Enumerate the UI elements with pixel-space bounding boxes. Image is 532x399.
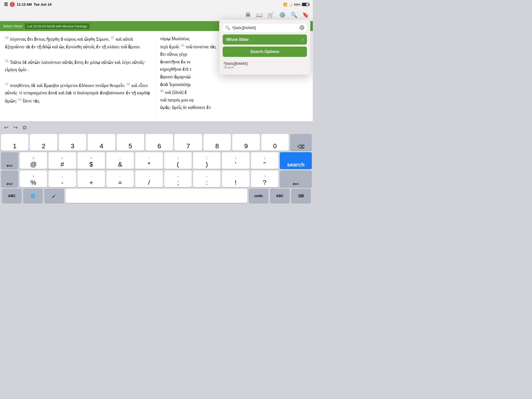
- text-column-left: 34 λέγοντας ὅτι ὄντως ἠγέρθη ὁ κύριος κα…: [5, 35, 156, 117]
- key-squote[interactable]: {': [222, 152, 249, 169]
- suggestion-row[interactable]: *[λαός][NAMS] Search: [223, 59, 307, 71]
- key-dollar[interactable]: ¥$: [78, 152, 105, 169]
- search-button[interactable]: search: [280, 152, 312, 169]
- status-date: Tue Jun 14: [34, 2, 51, 6]
- abc2-button[interactable]: ABC: [270, 189, 290, 203]
- verse-num-34: 34: [5, 36, 8, 40]
- verse-num-39: 39: [18, 98, 21, 101]
- status-time: 11:13 AM: [17, 2, 32, 6]
- battery-icon: [302, 3, 309, 6]
- suggestion-term: *[λαός][NAMS]: [224, 61, 306, 66]
- select-verse-button[interactable]: Select Verse: [3, 24, 22, 28]
- undo-label-button[interactable]: undo: [249, 189, 268, 203]
- search-options-button[interactable]: Search Options: [223, 47, 307, 57]
- suggestion-sub: Search: [224, 66, 306, 69]
- symbol-row-2: #+= §% |- ~+ …= \/ <; >: !! ?? #+=: [1, 170, 312, 187]
- space-bar[interactable]: [66, 189, 247, 203]
- chevron-right-icon: ›: [302, 37, 303, 42]
- undo-bar: ↩ ↪ ⧉: [0, 121, 313, 134]
- key-4[interactable]: 4: [88, 134, 115, 151]
- menu-icon[interactable]: ☰: [4, 2, 8, 7]
- bookmark-icon[interactable]: 🔖: [302, 12, 309, 18]
- paste-button[interactable]: ⧉: [23, 124, 27, 131]
- key-slash[interactable]: \/: [135, 170, 163, 187]
- search-clear-button[interactable]: ×: [299, 25, 304, 30]
- moon-icon: 🌙: [289, 3, 293, 6]
- search-input-icon: 🔍: [225, 25, 230, 30]
- whole-bible-label: Whole Bible: [226, 37, 302, 42]
- globe-button[interactable]: 🌐: [23, 189, 43, 203]
- key-1[interactable]: 1: [1, 134, 28, 151]
- cart-icon[interactable]: 🛒: [267, 12, 274, 18]
- key-semicolon[interactable]: <;: [164, 170, 192, 187]
- bottom-row: ABC 🌐 🎤 undo ABC ⌨: [1, 189, 312, 203]
- verse-num-37: 37: [5, 82, 8, 86]
- key-colon[interactable]: >:: [193, 170, 220, 187]
- undo-button[interactable]: ↩: [4, 124, 8, 131]
- key-switch-2[interactable]: #+=: [1, 170, 18, 187]
- keyboard-hide-button[interactable]: ⌨: [291, 189, 311, 203]
- key-8[interactable]: 8: [203, 134, 231, 151]
- mic-button[interactable]: 🎤: [44, 189, 64, 203]
- keyboard: 1 2 3 4 5 6 7 8 9 0 ⌫ #+= €@ £# ¥$ _& ^*…: [0, 134, 313, 203]
- search-input-row: 🔍 ×: [223, 23, 307, 32]
- key-exclaim[interactable]: !!: [222, 170, 249, 187]
- verse-num-38: 38: [126, 82, 130, 86]
- key-5[interactable]: 5: [117, 134, 144, 151]
- library-icon[interactable]: 🏛: [246, 12, 251, 18]
- wifi-icon: 📶: [283, 3, 287, 6]
- number-row: 1 2 3 4 5 6 7 8 9 0 ⌫: [1, 134, 312, 151]
- redo-button[interactable]: ↪: [13, 124, 18, 131]
- key-plus[interactable]: ~+: [78, 170, 105, 187]
- search-icon[interactable]: 🔍: [291, 12, 297, 18]
- key-0[interactable]: 0: [261, 134, 289, 151]
- whole-bible-row[interactable]: Whole Bible ›: [223, 34, 307, 45]
- key-9[interactable]: 9: [232, 134, 260, 151]
- backspace-key[interactable]: ⌫: [290, 134, 312, 151]
- toolbar: 🏛 📖 🛒 ⚙️ 🔍 🔖: [0, 9, 313, 21]
- battery-percentage: 68%: [294, 3, 300, 6]
- search-input[interactable]: [232, 26, 298, 30]
- keyboard-area: ↩ ↪ ⧉ 1 2 3 4 5 6 7 8 9 0 ⌫ #+= €@ £# ¥$: [0, 121, 313, 234]
- settings-icon[interactable]: ⚙️: [279, 12, 286, 18]
- key-question[interactable]: ??: [251, 170, 278, 187]
- verse-num-45: 45: [181, 44, 184, 47]
- key-lparen[interactable]: [(: [164, 152, 192, 169]
- symbol-row-1: #+= €@ £# ¥$ _& ^* [( ]) {' }" search: [1, 152, 312, 169]
- status-bar: ☰ 1 11:13 AM Tue Jun 14 📶 🌙 68%: [0, 0, 313, 9]
- verse-num-35: 35: [111, 36, 114, 40]
- key-ampersand[interactable]: _&: [106, 152, 134, 169]
- search-popup: 🔍 × Whole Bible › Search Options *[λαός]…: [219, 20, 310, 75]
- abc-button[interactable]: ABC: [2, 189, 22, 203]
- key-minus[interactable]: |-: [49, 170, 76, 187]
- key-7[interactable]: 7: [174, 134, 202, 151]
- key-switch-3[interactable]: #+=: [280, 170, 312, 187]
- key-asterisk[interactable]: ^*: [135, 152, 163, 169]
- key-switch-1[interactable]: #+=: [1, 152, 18, 169]
- read-icon[interactable]: 📖: [256, 12, 263, 18]
- verse-num-49: 49: [160, 89, 164, 93]
- key-hash[interactable]: £#: [49, 152, 76, 169]
- key-equals[interactable]: …=: [106, 170, 134, 187]
- key-6[interactable]: 6: [146, 134, 173, 151]
- key-at[interactable]: €@: [20, 152, 47, 169]
- key-3[interactable]: 3: [59, 134, 86, 151]
- key-2[interactable]: 2: [30, 134, 57, 151]
- key-rparen[interactable]: ]): [193, 152, 220, 169]
- notification-badge: 1: [10, 2, 15, 7]
- key-percent[interactable]: §%: [20, 170, 47, 187]
- passage-badge[interactable]: Luk 24:33-53 NA28 with Mounce Parsings: [25, 23, 90, 29]
- verse-num-36: 36: [5, 59, 8, 63]
- key-dquote[interactable]: }": [251, 152, 278, 169]
